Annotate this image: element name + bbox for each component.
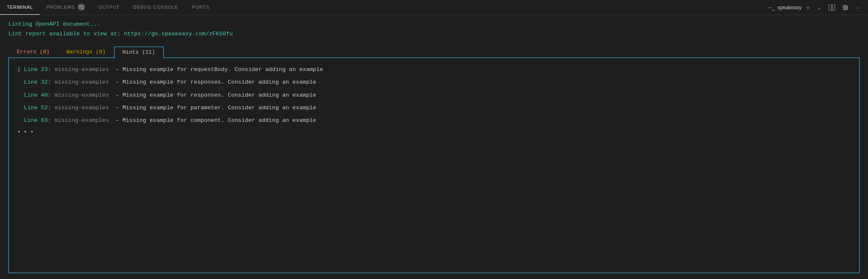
- tab-bar-right: →_ speakeasy + ⌄ ···: [766, 0, 868, 15]
- hint-pipe-2: [17, 78, 21, 87]
- hint-pipe-4: [17, 104, 21, 112]
- hint-rule-2: missing-examples: [55, 78, 109, 87]
- add-terminal-button[interactable]: +: [804, 3, 812, 12]
- hints-tab[interactable]: Hints (11): [114, 47, 164, 58]
- linting-line: Linting OpenAPI document...: [8, 21, 860, 27]
- hint-line-label-5: Line 63:: [24, 116, 51, 125]
- content-area: Linting OpenAPI document... Lint report …: [0, 15, 868, 279]
- tab-bar: TERMINAL PROBLEMS 72 OUTPUT DEBUG CONSOL…: [0, 0, 868, 15]
- hint-message-1: Missing example for requestBody. Conside…: [123, 66, 323, 74]
- hint-pipe-1: |: [17, 66, 21, 74]
- tab-terminal[interactable]: TERMINAL: [0, 0, 40, 15]
- hint-dash-2: –: [116, 78, 119, 87]
- split-terminal-button[interactable]: [826, 3, 837, 12]
- hint-dash-1: –: [116, 66, 119, 74]
- problems-badge: 72: [78, 3, 85, 11]
- hint-line-label-3: Line 40:: [24, 91, 51, 100]
- lint-report-prefix: Lint report available to view at:: [8, 31, 124, 37]
- hint-rule-4: missing-examples: [55, 104, 109, 112]
- tab-debug-console-label: DEBUG CONSOLE: [133, 5, 178, 10]
- svg-rect-1: [832, 5, 835, 11]
- chevron-down-button[interactable]: ⌄: [814, 3, 824, 12]
- tab-ports-label: PORTS: [192, 5, 209, 10]
- trash-button[interactable]: [840, 3, 851, 12]
- lint-report-link[interactable]: https://go.speakeasy.com/zFKS8fu: [124, 31, 233, 37]
- hint-line-label-2: Line 32:: [24, 78, 51, 87]
- hint-line-5: Line 63: missing-examples – Missing exam…: [17, 116, 851, 125]
- hint-rule-1: missing-examples: [55, 66, 109, 74]
- hints-box: | Line 23: missing-examples – Missing ex…: [8, 58, 860, 273]
- hint-message-5: Missing example for component. Consider …: [123, 116, 316, 125]
- hint-pipe-5: [17, 116, 21, 125]
- hint-dash-4: –: [116, 104, 119, 112]
- warnings-tab[interactable]: Warnings (0): [58, 46, 114, 58]
- tab-problems-label: PROBLEMS: [47, 5, 75, 10]
- hint-message-4: Missing example for parameter. Consider …: [123, 104, 316, 112]
- hint-message-3: Missing example for responses. Consider …: [123, 91, 316, 100]
- hint-line-1: | Line 23: missing-examples – Missing ex…: [17, 66, 851, 74]
- terminal-container: TERMINAL PROBLEMS 72 OUTPUT DEBUG CONSOL…: [0, 0, 868, 279]
- hint-line-label-1: Line 23:: [24, 66, 51, 74]
- hint-rule-3: missing-examples: [55, 91, 109, 100]
- hint-rule-5: missing-examples: [55, 116, 109, 125]
- terminal-prompt-icon: →_: [766, 4, 775, 11]
- result-tabs: Errors (0) Warnings (0) Hints (11): [8, 46, 860, 58]
- svg-rect-0: [829, 5, 831, 11]
- terminal-name-label: speakeasy: [777, 5, 801, 11]
- tab-problems[interactable]: PROBLEMS 72: [40, 0, 92, 15]
- lint-report-line: Lint report available to view at: https:…: [8, 31, 860, 37]
- hint-dash-5: –: [116, 116, 119, 125]
- terminal-name-container: →_ speakeasy: [766, 4, 802, 11]
- tab-ports[interactable]: PORTS: [185, 0, 216, 15]
- errors-tab[interactable]: Errors (0): [8, 46, 58, 58]
- hint-line-2: Line 32: missing-examples – Missing exam…: [17, 78, 851, 87]
- hint-dash-3: –: [116, 91, 119, 100]
- hint-dots: • • •: [17, 129, 851, 135]
- tab-output[interactable]: OUTPUT: [92, 0, 127, 15]
- tab-terminal-label: TERMINAL: [7, 5, 33, 10]
- hint-line-3: Line 40: missing-examples – Missing exam…: [17, 91, 851, 100]
- hint-pipe-3: [17, 91, 21, 100]
- tab-debug-console[interactable]: DEBUG CONSOLE: [126, 0, 185, 15]
- hint-line-label-4: Line 52:: [24, 104, 51, 112]
- hint-line-4: Line 52: missing-examples – Missing exam…: [17, 104, 851, 112]
- more-actions-button[interactable]: ···: [853, 3, 863, 12]
- tab-output-label: OUTPUT: [99, 5, 120, 10]
- hint-message-2: Missing example for responses. Consider …: [123, 78, 316, 87]
- tab-bar-left: TERMINAL PROBLEMS 72 OUTPUT DEBUG CONSOL…: [0, 0, 766, 15]
